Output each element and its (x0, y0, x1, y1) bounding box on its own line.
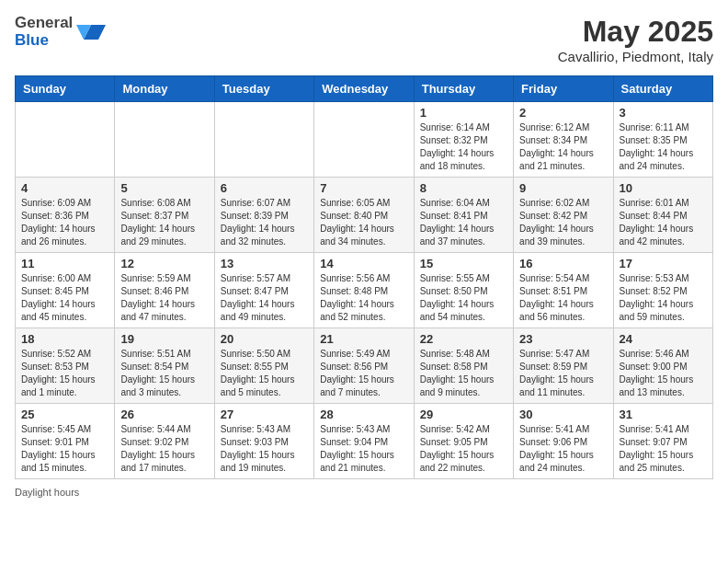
calendar-cell: 28Sunrise: 5:43 AM Sunset: 9:04 PM Dayli… (314, 404, 414, 479)
calendar-cell: 3Sunrise: 6:11 AM Sunset: 8:35 PM Daylig… (613, 102, 712, 178)
day-number: 1 (420, 106, 507, 120)
day-info: Sunrise: 5:49 AM Sunset: 8:56 PM Dayligh… (320, 348, 407, 399)
day-info: Sunrise: 5:48 AM Sunset: 8:58 PM Dayligh… (420, 348, 507, 399)
calendar-cell: 25Sunrise: 5:45 AM Sunset: 9:01 PM Dayli… (16, 404, 115, 479)
day-number: 30 (519, 408, 607, 421)
day-number: 21 (320, 332, 407, 346)
day-info: Sunrise: 5:57 AM Sunset: 8:47 PM Dayligh… (221, 272, 308, 324)
calendar-cell: 2Sunrise: 6:12 AM Sunset: 8:34 PM Daylig… (514, 102, 613, 178)
day-info: Sunrise: 5:54 AM Sunset: 8:51 PM Dayligh… (519, 272, 607, 324)
calendar-header-row: SundayMondayTuesdayWednesdayThursdayFrid… (16, 76, 713, 102)
day-info: Sunrise: 6:05 AM Sunset: 8:40 PM Dayligh… (320, 197, 407, 248)
day-info: Sunrise: 6:01 AM Sunset: 8:44 PM Dayligh… (620, 197, 707, 248)
calendar-cell: 1Sunrise: 6:14 AM Sunset: 8:32 PM Daylig… (414, 102, 513, 178)
calendar-cell: 16Sunrise: 5:54 AM Sunset: 8:51 PM Dayli… (514, 253, 613, 328)
calendar-cell: 20Sunrise: 5:50 AM Sunset: 8:55 PM Dayli… (214, 328, 313, 404)
day-info: Sunrise: 6:12 AM Sunset: 8:34 PM Dayligh… (519, 121, 607, 173)
calendar-table: SundayMondayTuesdayWednesdayThursdayFrid… (15, 75, 713, 479)
calendar-cell: 13Sunrise: 5:57 AM Sunset: 8:47 PM Dayli… (214, 253, 313, 328)
day-number: 4 (21, 181, 108, 195)
day-info: Sunrise: 5:52 AM Sunset: 8:53 PM Dayligh… (21, 348, 108, 399)
calendar-cell: 4Sunrise: 6:09 AM Sunset: 8:36 PM Daylig… (16, 178, 115, 253)
day-number: 17 (620, 257, 707, 270)
day-number: 12 (120, 257, 208, 270)
calendar-cell: 5Sunrise: 6:08 AM Sunset: 8:37 PM Daylig… (115, 178, 214, 253)
day-number: 28 (320, 408, 407, 421)
day-info: Sunrise: 6:14 AM Sunset: 8:32 PM Dayligh… (420, 121, 507, 173)
col-header-monday: Monday (115, 76, 214, 102)
day-number: 3 (620, 106, 707, 120)
day-info: Sunrise: 5:44 AM Sunset: 9:02 PM Dayligh… (120, 423, 208, 475)
day-number: 27 (221, 408, 308, 421)
day-number: 22 (420, 332, 507, 346)
day-number: 23 (519, 332, 607, 346)
calendar-cell: 15Sunrise: 5:55 AM Sunset: 8:50 PM Dayli… (414, 253, 513, 328)
month-title: May 2025 (558, 15, 713, 49)
calendar-cell: 17Sunrise: 5:53 AM Sunset: 8:52 PM Dayli… (613, 253, 712, 328)
day-number: 6 (221, 181, 308, 195)
day-info: Sunrise: 5:59 AM Sunset: 8:46 PM Dayligh… (120, 272, 208, 324)
calendar-cell: 29Sunrise: 5:42 AM Sunset: 9:05 PM Dayli… (414, 404, 513, 479)
calendar-week-5: 25Sunrise: 5:45 AM Sunset: 9:01 PM Dayli… (16, 404, 713, 479)
calendar-cell: 9Sunrise: 6:02 AM Sunset: 8:42 PM Daylig… (514, 178, 613, 253)
day-number: 15 (420, 257, 507, 270)
day-number: 11 (21, 257, 108, 270)
day-info: Sunrise: 5:41 AM Sunset: 9:07 PM Dayligh… (620, 423, 707, 475)
calendar-cell: 14Sunrise: 5:56 AM Sunset: 8:48 PM Dayli… (314, 253, 414, 328)
day-info: Sunrise: 5:45 AM Sunset: 9:01 PM Dayligh… (21, 423, 108, 475)
col-header-saturday: Saturday (613, 76, 712, 102)
calendar-cell (16, 102, 115, 178)
calendar-cell: 11Sunrise: 6:00 AM Sunset: 8:45 PM Dayli… (16, 253, 115, 328)
day-info: Sunrise: 6:08 AM Sunset: 8:37 PM Dayligh… (120, 197, 208, 248)
calendar-cell (115, 102, 214, 178)
day-info: Sunrise: 6:02 AM Sunset: 8:42 PM Dayligh… (519, 197, 607, 248)
calendar-cell: 19Sunrise: 5:51 AM Sunset: 8:54 PM Dayli… (115, 328, 214, 404)
day-info: Sunrise: 5:46 AM Sunset: 9:00 PM Dayligh… (620, 348, 707, 399)
col-header-sunday: Sunday (16, 76, 115, 102)
day-info: Sunrise: 6:04 AM Sunset: 8:41 PM Dayligh… (420, 197, 507, 248)
calendar-cell: 30Sunrise: 5:41 AM Sunset: 9:06 PM Dayli… (514, 404, 613, 479)
day-info: Sunrise: 5:43 AM Sunset: 9:04 PM Dayligh… (320, 423, 407, 475)
day-info: Sunrise: 5:47 AM Sunset: 8:59 PM Dayligh… (519, 348, 607, 399)
day-info: Sunrise: 5:53 AM Sunset: 8:52 PM Dayligh… (620, 272, 707, 324)
col-header-friday: Friday (514, 76, 613, 102)
day-number: 31 (620, 408, 707, 421)
day-info: Sunrise: 5:55 AM Sunset: 8:50 PM Dayligh… (420, 272, 507, 324)
day-number: 26 (120, 408, 208, 421)
calendar-cell: 8Sunrise: 6:04 AM Sunset: 8:41 PM Daylig… (414, 178, 513, 253)
calendar-cell: 24Sunrise: 5:46 AM Sunset: 9:00 PM Dayli… (613, 328, 712, 404)
calendar-cell: 22Sunrise: 5:48 AM Sunset: 8:58 PM Dayli… (414, 328, 513, 404)
footer: Daylight hours (15, 487, 713, 498)
day-info: Sunrise: 5:50 AM Sunset: 8:55 PM Dayligh… (221, 348, 308, 399)
day-number: 18 (21, 332, 108, 346)
daylight-label: Daylight hours (15, 487, 79, 498)
day-info: Sunrise: 6:00 AM Sunset: 8:45 PM Dayligh… (21, 272, 108, 324)
day-info: Sunrise: 6:09 AM Sunset: 8:36 PM Dayligh… (21, 197, 108, 248)
calendar-week-3: 11Sunrise: 6:00 AM Sunset: 8:45 PM Dayli… (16, 253, 713, 328)
calendar-cell (214, 102, 313, 178)
day-number: 24 (620, 332, 707, 346)
calendar-cell: 27Sunrise: 5:43 AM Sunset: 9:03 PM Dayli… (214, 404, 313, 479)
logo: General Blue (15, 15, 106, 49)
day-number: 19 (120, 332, 208, 346)
calendar-cell: 26Sunrise: 5:44 AM Sunset: 9:02 PM Dayli… (115, 404, 214, 479)
day-number: 14 (320, 257, 407, 270)
col-header-thursday: Thursday (414, 76, 513, 102)
logo-general: General (15, 15, 73, 32)
day-number: 20 (221, 332, 308, 346)
title-area: May 2025 Cavallirio, Piedmont, Italy (558, 15, 713, 64)
day-number: 10 (620, 181, 707, 195)
day-info: Sunrise: 5:42 AM Sunset: 9:05 PM Dayligh… (420, 423, 507, 475)
calendar-cell: 6Sunrise: 6:07 AM Sunset: 8:39 PM Daylig… (214, 178, 313, 253)
calendar-cell: 10Sunrise: 6:01 AM Sunset: 8:44 PM Dayli… (613, 178, 712, 253)
calendar-cell: 23Sunrise: 5:47 AM Sunset: 8:59 PM Dayli… (514, 328, 613, 404)
day-info: Sunrise: 6:07 AM Sunset: 8:39 PM Dayligh… (221, 197, 308, 248)
calendar-week-4: 18Sunrise: 5:52 AM Sunset: 8:53 PM Dayli… (16, 328, 713, 404)
day-number: 7 (320, 181, 407, 195)
logo-icon (76, 17, 106, 47)
col-header-tuesday: Tuesday (214, 76, 313, 102)
calendar-cell: 21Sunrise: 5:49 AM Sunset: 8:56 PM Dayli… (314, 328, 414, 404)
calendar-week-1: 1Sunrise: 6:14 AM Sunset: 8:32 PM Daylig… (16, 102, 713, 178)
header: General Blue May 2025 Cavallirio, Piedmo… (15, 15, 713, 64)
day-info: Sunrise: 5:51 AM Sunset: 8:54 PM Dayligh… (120, 348, 208, 399)
